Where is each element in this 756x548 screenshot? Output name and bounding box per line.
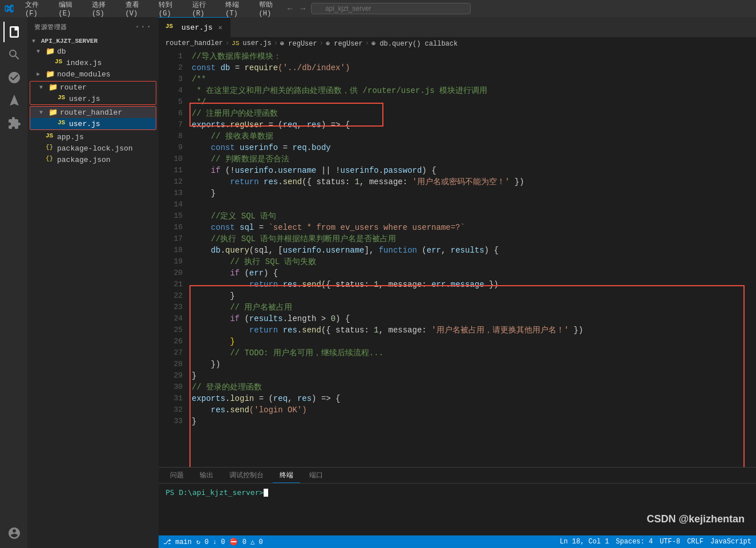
code-line-25: return res.send({ status: 1, message: '用… [187,324,756,336]
menu-help[interactable]: 帮助(H) [254,0,286,19]
tree-item-db-index[interactable]: JS index.js [27,57,159,68]
ln-30: 30 [159,381,183,393]
tree-label: db [57,47,66,56]
status-lang: JavaScript [710,538,751,546]
tree-item-router[interactable]: ▼ 📁 router [30,82,156,93]
code-editor[interactable]: 1 2 3 4 5 6 7 8 9 10 11 12 13 14 15 16 1 [159,50,756,467]
activity-search-icon[interactable] [3,44,24,65]
breadcrumb-item-regusr2[interactable]: ⊕ regUser [326,39,363,48]
editor-area: JS user.js ✕ router_handler › JS user.js… [159,17,756,548]
tree-item-db[interactable]: ▼ 📁 db [27,46,159,57]
breadcrumb-sep-4: › [365,39,369,47]
panel-tab-output[interactable]: 输出 [193,468,220,482]
ln-24: 24 [159,313,183,324]
code-line-26: } [187,336,756,347]
activity-debug-icon[interactable] [3,90,24,111]
tabs-bar: JS user.js ✕ [159,17,756,37]
ln-7: 7 [159,119,183,131]
activity-explorer-icon[interactable] [3,22,24,42]
menu-view[interactable]: 查看(V) [121,0,152,19]
breadcrumb-item-file[interactable]: user.js [242,39,271,47]
tree-label: user.js [69,95,100,103]
menu-run[interactable]: 运行(R) [188,0,219,19]
title-bar-center: ← → 🔍 [285,3,471,14]
ln-1: 1 [159,51,183,62]
ln-19: 19 [159,256,183,267]
code-line-24: if (results.length > 0) { [187,313,756,324]
tree-item-package-lock[interactable]: {} package-lock.json [27,143,159,154]
code-lines: //导入数据库操作模块： const db = require('../db/i… [187,50,756,428]
sidebar-menu-icon[interactable]: ··· [135,22,152,32]
code-line-18: db.query(sql, [userinfo.username], funct… [187,245,756,256]
tree-label: index.js [66,59,102,67]
code-line-9: const userinfo = req.body [187,142,756,153]
line-numbers: 1 2 3 4 5 6 7 8 9 10 11 12 13 14 15 16 1 [159,50,187,428]
tree-label: user.js [69,120,100,128]
ln-32: 32 [159,404,183,416]
prompt-path: PS D:\api_kjzt_server> [165,488,264,497]
menu-goto[interactable]: 转到(G) [154,0,185,19]
activity-extensions-icon[interactable] [3,113,24,133]
code-line-10: // 判断数据是否合法 [187,153,756,165]
activity-account-icon[interactable] [3,523,24,543]
menu-select[interactable]: 选择(S) [87,0,119,19]
tree-item-router-handler[interactable]: ▼ 📁 router_handler [30,107,156,118]
code-line-2: const db = require('../db/index') [187,62,756,74]
tree-item-router-user[interactable]: JS user.js [30,93,156,104]
breadcrumb-item-regusr1[interactable]: ⊕ regUser [280,39,317,48]
code-line-14 [187,199,756,210]
tab-close-icon[interactable]: ✕ [217,22,224,33]
search-input[interactable] [311,3,471,14]
panel-tab-problems[interactable]: 问题 [163,468,191,482]
menu-edit[interactable]: 编辑(E) [54,0,86,19]
menu-file[interactable]: 文件(F) [21,0,52,19]
code-line-17: //执行 SQL 语句并根据结果判断用户名是否被占用 [187,233,756,245]
tree-label: router_handler [60,108,122,117]
ln-10: 10 [159,153,183,165]
sidebar-header: 资源管理器 ··· [27,17,159,36]
tree-root[interactable]: ▼ API_KJZT_SERVER [27,36,159,46]
menu-bar: 文件(F) 编辑(E) 选择(S) 查看(V) 转到(G) 运行(R) 终端(T… [21,0,285,19]
ln-9: 9 [159,142,183,153]
code-line-23: // 用户名被占用 [187,302,756,313]
code-line-6: // 注册用户的处理函数 [187,108,756,119]
ln-25: 25 [159,324,183,336]
code-line-30: // 登录的处理函数 [187,381,756,393]
ln-12: 12 [159,176,183,188]
json-icon: {} [46,155,55,164]
chevron-right-icon: ► [37,71,46,78]
chevron-down-icon: ▼ [39,109,48,116]
breadcrumb-item-root[interactable]: router_handler [165,39,223,47]
folder-icon: 📁 [48,83,58,92]
status-left: ⎇ main ↻ 0 ↓ 0 ⛔ 0 △ 0 [163,538,263,546]
terminal-prompt: PS D:\api_kjzt_server> [165,488,749,497]
chevron-down-icon: ▼ [32,38,41,44]
ln-21: 21 [159,279,183,290]
menu-terminal[interactable]: 终端(T) [221,0,252,19]
breadcrumb-item-callback[interactable]: ⊕ db.query() callback [371,39,458,48]
js-icon: JS [55,58,64,67]
breadcrumb: router_handler › JS user.js › ⊕ regUser … [159,37,756,50]
tree-item-package[interactable]: {} package.json [27,154,159,165]
tree-item-node-modules[interactable]: ► 📁 node_modules [27,68,159,80]
sidebar: 资源管理器 ··· ▼ API_KJZT_SERVER ▼ 📁 db JS in… [27,17,159,548]
code-line-4: * 在这里定义和用户相关的路由处理函数，供 /router/user.js 模块… [187,85,756,96]
code-line-19: // 执行 SQL 语句失败 [187,256,756,267]
tree-item-app[interactable]: JS app.js [27,131,159,143]
ln-6: 6 [159,108,183,119]
ln-11: 11 [159,165,183,176]
panel-tab-terminal[interactable]: 终端 [273,468,300,483]
js-icon: JS [58,94,67,103]
folder-icon: 📁 [46,47,55,56]
tab-user-js[interactable]: JS user.js ✕ [159,17,231,37]
sidebar-title: 资源管理器 [34,23,67,31]
code-line-5: */ [187,96,756,108]
activity-git-icon[interactable] [3,67,24,88]
tree-item-router-handler-user[interactable]: JS user.js [30,118,156,129]
nav-back-icon[interactable]: ← [285,3,294,14]
nav-forward-icon[interactable]: → [298,3,308,14]
code-line-22: } [187,290,756,302]
panel-tab-ports[interactable]: 端口 [302,468,330,482]
panel-tab-debug[interactable]: 调试控制台 [223,468,270,482]
status-encoding: UTF-8 [660,538,680,546]
